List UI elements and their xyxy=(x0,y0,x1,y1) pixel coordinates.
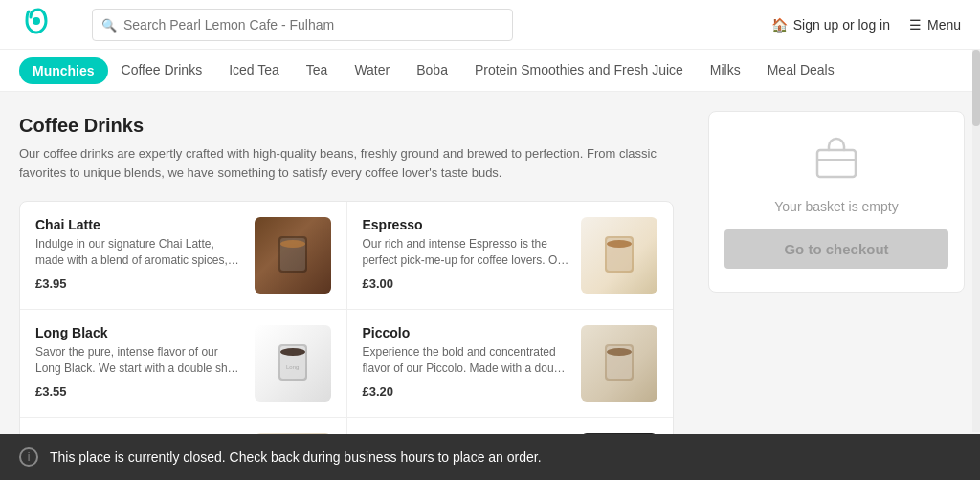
nav-label-munchies: Munchies xyxy=(33,63,95,78)
menu-item-price-piccolo: £3.20 xyxy=(363,384,570,399)
nav-item-coffee-drinks[interactable]: Coffee Drinks xyxy=(108,50,216,92)
header: 🔍 🏠 Sign up or log in ☰ Menu xyxy=(0,0,980,50)
menu-item-img-chai xyxy=(255,217,331,294)
svg-text:Long: Long xyxy=(286,364,299,370)
menu-item-name-piccolo: Piccolo xyxy=(363,325,570,340)
nav-item-water[interactable]: Water xyxy=(341,50,403,92)
logo xyxy=(19,4,54,45)
nav-label-coffee-drinks: Coffee Drinks xyxy=(122,62,203,77)
svg-point-9 xyxy=(280,348,305,356)
sign-in-label: Sign up or log in xyxy=(793,17,890,33)
footer-notice: i This place is currently closed. Check … xyxy=(0,434,980,480)
menu-row-2: Long Black Savor the pure, intense flavo… xyxy=(20,310,673,418)
scrollbar[interactable] xyxy=(972,50,980,432)
nav-label-meal-deals: Meal Deals xyxy=(768,62,835,77)
nav-label-iced-tea: Iced Tea xyxy=(229,62,279,77)
info-icon: i xyxy=(19,447,38,467)
sign-in-button[interactable]: 🏠 Sign up or log in xyxy=(771,17,890,33)
sidebar: Your basket is empty Go to checkout xyxy=(693,92,980,480)
menu-item-espresso[interactable]: Espresso Our rich and intense Espresso i… xyxy=(347,202,674,309)
svg-point-13 xyxy=(607,348,632,356)
nav-label-boba: Boba xyxy=(416,62,448,77)
menu-item-desc-chai: Indulge in our signature Chai Latte, mad… xyxy=(35,236,243,269)
svg-rect-21 xyxy=(817,150,856,177)
deliveroo-logo-icon xyxy=(19,4,54,45)
nav-item-protein-smoothies[interactable]: Protein Smoothies and Fresh Juice xyxy=(461,50,697,92)
menu-item-name-chai: Chai Latte xyxy=(35,217,243,232)
menu-item-text-longblack: Long Black Savor the pure, intense flavo… xyxy=(35,325,243,399)
nav-item-meal-deals[interactable]: Meal Deals xyxy=(754,50,848,92)
menu-item-price-chai: £3.95 xyxy=(35,276,243,291)
menu-item-piccolo[interactable]: Piccolo Experience the bold and concentr… xyxy=(347,310,674,417)
category-nav: Munchies Coffee Drinks Iced Tea Tea Wate… xyxy=(0,50,980,92)
basket-icon xyxy=(724,135,948,189)
hamburger-icon: ☰ xyxy=(909,17,922,33)
menu-item-chai-latte[interactable]: Chai Latte Indulge in our signature Chai… xyxy=(20,202,347,309)
menu-item-long-black[interactable]: Long Black Savor the pure, intense flavo… xyxy=(20,310,347,417)
search-bar[interactable]: 🔍 xyxy=(92,9,513,41)
menu-label: Menu xyxy=(927,17,961,33)
svg-point-6 xyxy=(607,240,632,248)
section-title: Coffee Drinks xyxy=(19,115,674,137)
content-area: Coffee Drinks Our coffee drinks are expe… xyxy=(0,92,693,480)
nav-label-protein-smoothies: Protein Smoothies and Fresh Juice xyxy=(475,62,683,77)
nav-label-water: Water xyxy=(354,62,390,77)
scrollbar-thumb xyxy=(972,50,980,126)
nav-item-tea[interactable]: Tea xyxy=(293,50,342,92)
section-description: Our coffee drinks are expertly crafted w… xyxy=(19,144,674,182)
menu-item-desc-longblack: Savor the pure, intense flavor of our Lo… xyxy=(35,344,243,377)
menu-item-price-espresso: £3.00 xyxy=(363,276,570,291)
menu-item-desc-espresso: Our rich and intense Espresso is the per… xyxy=(363,236,570,269)
menu-item-text-piccolo: Piccolo Experience the bold and concentr… xyxy=(363,325,570,399)
nav-item-iced-tea[interactable]: Iced Tea xyxy=(215,50,293,92)
footer-notice-text: This place is currently closed. Check ba… xyxy=(50,449,542,465)
menu-item-name-espresso: Espresso xyxy=(363,217,570,232)
checkout-label: Go to checkout xyxy=(784,241,888,257)
checkout-button[interactable]: Go to checkout xyxy=(724,229,948,269)
menu-button[interactable]: ☰ Menu xyxy=(909,17,961,33)
svg-point-3 xyxy=(280,240,305,248)
menu-item-img-longblack: Long xyxy=(255,325,331,402)
basket-box: Your basket is empty Go to checkout xyxy=(708,111,965,293)
menu-item-img-espresso xyxy=(581,217,657,294)
basket-empty-text: Your basket is empty xyxy=(724,199,948,214)
search-icon: 🔍 xyxy=(101,17,117,32)
nav-label-milks: Milks xyxy=(710,62,741,77)
nav-item-milks[interactable]: Milks xyxy=(697,50,754,92)
nav-label-tea: Tea xyxy=(306,62,328,77)
main-container: Coffee Drinks Our coffee drinks are expe… xyxy=(0,92,980,480)
search-input[interactable] xyxy=(92,9,513,41)
menu-item-img-piccolo xyxy=(581,325,657,402)
menu-item-text-espresso: Espresso Our rich and intense Espresso i… xyxy=(363,217,570,291)
menu-item-text-chai: Chai Latte Indulge in our signature Chai… xyxy=(35,217,243,291)
menu-row-1: Chai Latte Indulge in our signature Chai… xyxy=(20,202,673,310)
nav-item-boba[interactable]: Boba xyxy=(403,50,461,92)
menu-item-name-longblack: Long Black xyxy=(35,325,243,340)
menu-item-desc-piccolo: Experience the bold and concentrated fla… xyxy=(363,344,570,377)
header-actions: 🏠 Sign up or log in ☰ Menu xyxy=(771,17,961,33)
nav-item-munchies[interactable]: Munchies xyxy=(19,57,108,84)
svg-point-0 xyxy=(33,17,40,25)
menu-item-price-longblack: £3.55 xyxy=(35,384,243,399)
home-icon: 🏠 xyxy=(771,17,788,33)
